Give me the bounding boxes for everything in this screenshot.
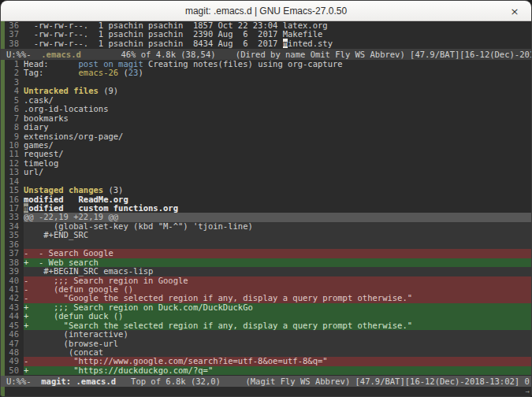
text-segment: 23 [128, 68, 139, 77]
text-segment: 46% of 4.8k (38,54) (Dired by name Omit … [81, 50, 531, 59]
text-segment: -rw-rw-r--. 1 psachin psachin 1857 Oct 2… [24, 21, 328, 30]
line-number: 44 [5, 312, 24, 321]
text-segment: + "Search the selected region if any, di… [24, 321, 412, 330]
buffer-line[interactable]: 10games/ [5, 141, 531, 150]
line-number: 50 [5, 366, 24, 375]
text-segment: emacs-26 [79, 68, 119, 77]
line-text: games/ [24, 141, 531, 150]
text-segment: - ;;; Search region in Google [24, 276, 188, 285]
text-segment: modified ReadMe.org [24, 195, 128, 204]
line-text: Tag: emacs-26 (23) [24, 69, 531, 77]
line-number: 39 [5, 267, 24, 276]
overflow-arrow-icon: → [526, 388, 530, 395]
text-segment: .cask/ [24, 95, 54, 105]
dired-buffer-window: 36 -rw-rw-r--. 1 psachin psachin 1857 Oc… [1, 21, 531, 49]
text-segment: -rw-rw-r--. 1 psachin psachin 8434 Aug 6… [24, 39, 283, 48]
text-segment: + (defun duck () [24, 311, 123, 321]
line-text: + "https://duckduckgo.com/?q=" [24, 366, 531, 375]
text-segment: Untracked files [24, 86, 99, 95]
line-text: Untracked files (9) [24, 87, 531, 95]
close-icon[interactable]: × [506, 1, 523, 21]
text-segment: #+BEGIN_SRC emacs-lisp [24, 266, 153, 276]
text-segment: Top of 6.8k (32,0) (Magit Fly WS Abbrev)… [116, 377, 531, 386]
buffer-line[interactable]: 13url/ [5, 168, 531, 176]
line-number: 8 [5, 123, 24, 132]
buffer-line[interactable]: 12timelog [5, 159, 531, 168]
line-number: 38 [5, 39, 24, 48]
buffer-line[interactable]: 50+ "https://duckduckgo.com/?q=" [5, 366, 531, 375]
line-text: #+END_SRC [24, 231, 531, 239]
text-segment: ) [138, 68, 143, 77]
text-segment: diary [24, 122, 49, 132]
text-segment: timelog [24, 158, 58, 168]
text-segment: Creating notes(files) using org-capture [143, 60, 343, 69]
text-segment: - "http://www.google.com/search?ie=utf-8… [24, 356, 328, 365]
buffer-line[interactable]: 2Tag: emacs-26 (23) [5, 69, 531, 77]
text-segment: extensions/org-page/ [24, 132, 123, 141]
text-segment: Head: [24, 60, 79, 69]
line-text: .org-id-locations [24, 105, 531, 113]
text-segment: (concat [24, 347, 103, 357]
line-number: 37 [5, 249, 24, 258]
text-segment: - (defun google () [24, 284, 133, 294]
dired-modeline: U:%%- .emacs.d 46% of 4.8k (38,54) (Dire… [1, 49, 531, 60]
line-text: url/ [24, 168, 531, 176]
buffer-line[interactable]: 7bookmarks [5, 114, 531, 123]
text-segment: inted.sty [288, 39, 333, 48]
buffer-line[interactable]: 11request/ [5, 150, 531, 158]
line-text: timelog [24, 159, 531, 168]
text-segment: + "https://duckduckgo.com/?q=" [24, 365, 213, 375]
text-segment: U:%%- [6, 50, 41, 59]
text-segment: .org-id-locations [24, 104, 108, 113]
line-number: 13 [5, 168, 24, 176]
buffer-line[interactable]: 9extensions/org-page/ [5, 132, 531, 141]
line-text: - - Search Google [24, 249, 531, 258]
text-segment: request/ [24, 149, 64, 158]
text-segment: #+END_SRC [24, 230, 88, 239]
text-segment: + ;;; Search region on Duck.com/DuckDuck… [24, 302, 253, 312]
text-segment: U:%%- [6, 377, 41, 386]
window-title: magit: .emacs.d | GNU Emacs-27.0.50 [185, 6, 347, 17]
echo-area[interactable]: → [1, 387, 531, 397]
line-text: bookmarks [24, 114, 531, 123]
buffer-line[interactable]: 4Untracked files (9) [5, 87, 531, 95]
line-number: 15 [5, 186, 24, 195]
text-segment: .emacs.d [41, 50, 81, 59]
text-segment: Unstaged changes [24, 185, 103, 195]
text-segment: url/ [24, 167, 43, 176]
text-segment: (9) [99, 86, 118, 95]
buffer-line[interactable]: 6.org-id-locations [5, 105, 531, 113]
text-segment: (browse-url [24, 339, 118, 348]
buffer-line[interactable]: 35 #+END_SRC [5, 231, 531, 239]
text-segment: (global-set-key (kbd "M-^") 'tjoin-line) [24, 221, 253, 231]
text-segment: + - Web search [24, 258, 99, 267]
text-segment: bookmarks [24, 113, 69, 123]
text-segment: Tag: [24, 68, 79, 77]
line-number: 46 [5, 330, 24, 339]
magit-modeline: U:%%- magit: .emacs.d Top of 6.8k (32,0)… [1, 376, 531, 387]
line-number: 6 [5, 105, 24, 113]
line-text: request/ [24, 150, 531, 158]
magit-status-window: 1Head: post on magit Creating notes(file… [1, 60, 531, 376]
window-titlebar[interactable]: magit: .emacs.d | GNU Emacs-27.0.50 × [1, 1, 531, 21]
text-segment: magit: .emacs.d [41, 377, 116, 386]
text-segment: post on magit [79, 60, 143, 69]
line-text: extensions/org-page/ [24, 132, 531, 141]
text-segment: (3) [103, 185, 123, 195]
frame-content: 36 -rw-rw-r--. 1 psachin psachin 1857 Oc… [1, 21, 531, 397]
line-text: (global-set-key (kbd "M-^") 'tjoin-line) [24, 222, 531, 231]
text-segment: - "Google the selected region if any, di… [24, 293, 412, 302]
text-segment: odified custom_functions.org [28, 203, 178, 213]
text-segment: (interactive) [24, 329, 128, 339]
text-segment: ( [118, 68, 128, 77]
buffer-line[interactable]: 38 -rw-rw-r--. 1 psachin psachin 8434 Au… [5, 39, 531, 48]
text-segment: @@ -22,19 +22,19 @@ [24, 212, 118, 221]
text-segment: - - Search Google [24, 248, 113, 258]
text-segment: games/ [24, 140, 54, 150]
emacs-frame: magit: .emacs.d | GNU Emacs-27.0.50 × 36… [0, 0, 532, 397]
line-text: -rw-rw-r--. 1 psachin psachin 8434 Aug 6… [24, 39, 531, 48]
text-segment: -rw-rw-r--. 1 psachin psachin 2390 Aug 6… [24, 29, 322, 39]
